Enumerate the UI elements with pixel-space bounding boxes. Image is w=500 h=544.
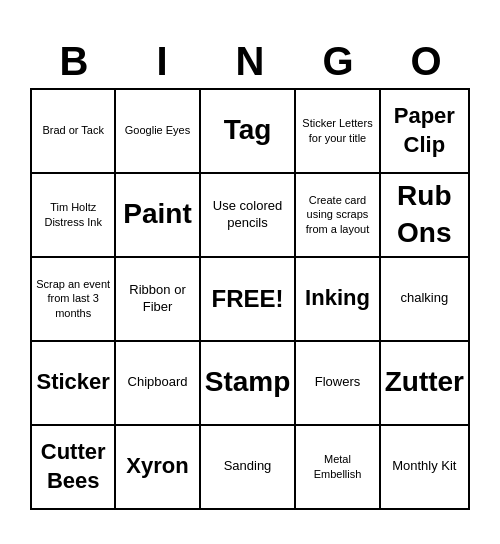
bingo-cell: FREE! — [201, 258, 297, 342]
bingo-cell: Xyron — [116, 426, 200, 510]
header-letter: N — [206, 35, 294, 88]
bingo-cell: Sticker — [32, 342, 116, 426]
bingo-cell: Sanding — [201, 426, 297, 510]
bingo-header: BINGO — [30, 35, 470, 88]
bingo-card: BINGO Brad or TackGooglie EyesTagSticker… — [20, 25, 480, 520]
bingo-cell: Googlie Eyes — [116, 90, 200, 174]
bingo-cell: Chipboard — [116, 342, 200, 426]
bingo-cell: Inking — [296, 258, 380, 342]
header-letter: I — [118, 35, 206, 88]
bingo-cell: Ribbon or Fiber — [116, 258, 200, 342]
bingo-cell: Flowers — [296, 342, 380, 426]
bingo-cell: Tag — [201, 90, 297, 174]
bingo-cell: Scrap an event from last 3 months — [32, 258, 116, 342]
bingo-cell: chalking — [381, 258, 470, 342]
bingo-cell: Paper Clip — [381, 90, 470, 174]
header-letter: O — [382, 35, 470, 88]
bingo-cell: Cutter Bees — [32, 426, 116, 510]
bingo-cell: Monthly Kit — [381, 426, 470, 510]
header-letter: B — [30, 35, 118, 88]
bingo-cell: Sticker Letters for your title — [296, 90, 380, 174]
bingo-cell: Create card using scraps from a layout — [296, 174, 380, 258]
bingo-cell: Use colored pencils — [201, 174, 297, 258]
bingo-cell: Paint — [116, 174, 200, 258]
bingo-cell: Metal Embellish — [296, 426, 380, 510]
bingo-cell: Tim Holtz Distress Ink — [32, 174, 116, 258]
header-letter: G — [294, 35, 382, 88]
bingo-grid: Brad or TackGooglie EyesTagSticker Lette… — [30, 88, 470, 510]
bingo-cell: Brad or Tack — [32, 90, 116, 174]
bingo-cell: Rub Ons — [381, 174, 470, 258]
bingo-cell: Stamp — [201, 342, 297, 426]
bingo-cell: Zutter — [381, 342, 470, 426]
